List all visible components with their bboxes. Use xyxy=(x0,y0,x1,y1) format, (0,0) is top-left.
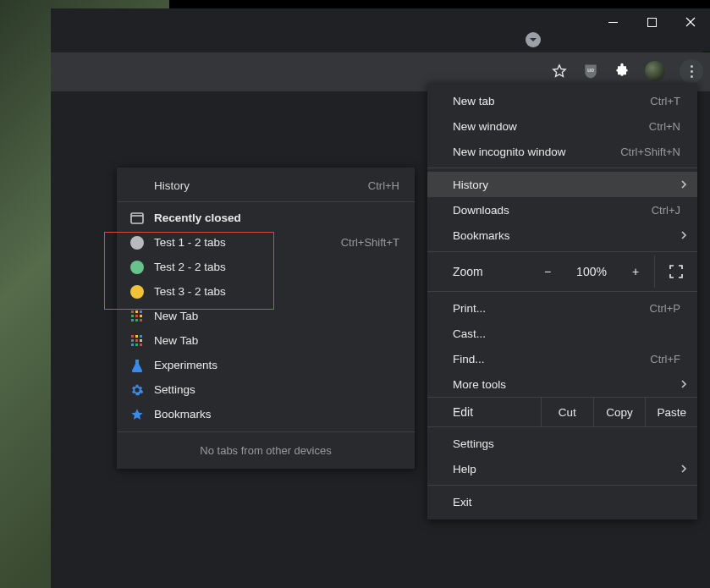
grid-icon xyxy=(129,309,145,324)
menu-zoom-row: Zoom − 100% + xyxy=(427,256,697,288)
menu-cast[interactable]: Cast... xyxy=(427,321,697,346)
menu-item-label: Bookmarks xyxy=(453,229,680,242)
history-entry[interactable]: Experiments xyxy=(117,353,415,377)
history-entry-label: Experiments xyxy=(154,359,217,371)
menu-find[interactable]: Find... Ctrl+F xyxy=(427,346,697,371)
menu-item-label: Find... xyxy=(453,353,650,365)
menu-item-label: History xyxy=(453,179,680,191)
zoom-value: 100% xyxy=(566,265,617,278)
edit-copy[interactable]: Copy xyxy=(593,398,646,426)
menu-item-label: New tab xyxy=(453,95,650,107)
tab-group-color-icon xyxy=(130,285,144,299)
zoom-in-button[interactable]: + xyxy=(617,265,654,278)
ublock-extension-icon[interactable]: uo xyxy=(582,63,599,80)
menu-separator xyxy=(427,251,697,252)
menu-item-label: Cast... xyxy=(453,327,680,340)
minimize-button[interactable] xyxy=(593,8,632,36)
zoom-out-button[interactable]: − xyxy=(529,265,566,278)
zoom-label: Zoom xyxy=(453,265,529,278)
menu-item-shortcut: Ctrl+F xyxy=(650,353,680,365)
tab-group-label: Test 1 - 2 tabs xyxy=(154,236,226,249)
search-tabs-button[interactable] xyxy=(526,32,541,47)
svg-rect-11 xyxy=(140,319,142,321)
edit-label: Edit xyxy=(427,398,541,426)
menu-history[interactable]: History xyxy=(427,172,697,197)
recently-closed-label: Recently closed xyxy=(154,212,241,224)
window-icon xyxy=(129,211,145,226)
svg-rect-19 xyxy=(135,343,138,346)
svg-rect-20 xyxy=(140,343,142,346)
recent-tab-group[interactable]: Test 2 - 2 tabs xyxy=(117,255,415,279)
tab-group-label: Test 2 - 2 tabs xyxy=(154,261,226,273)
svg-rect-4 xyxy=(135,310,138,313)
menu-help[interactable]: Help xyxy=(427,456,697,481)
menu-item-label: Print... xyxy=(453,302,650,315)
menu-bookmarks[interactable]: Bookmarks xyxy=(427,223,697,248)
svg-rect-17 xyxy=(140,339,142,342)
edit-paste[interactable]: Paste xyxy=(645,398,697,426)
svg-rect-15 xyxy=(131,339,134,342)
menu-print[interactable]: Print... Ctrl+P xyxy=(427,295,697,321)
chevron-right-icon xyxy=(680,463,687,475)
history-entry[interactable]: New Tab xyxy=(117,328,415,353)
menu-settings[interactable]: Settings xyxy=(427,431,697,456)
menu-separator xyxy=(427,168,697,168)
svg-rect-16 xyxy=(135,339,138,342)
menu-item-label: Settings xyxy=(453,437,680,450)
tab-group-label: Test 3 - 2 tabs xyxy=(154,285,226,298)
recent-tab-group[interactable]: Test 1 - 2 tabs Ctrl+Shift+T xyxy=(117,230,415,255)
history-open-full[interactable]: History Ctrl+H xyxy=(117,171,415,198)
history-entry[interactable]: Bookmarks xyxy=(117,402,415,426)
tab-group-color-icon xyxy=(130,261,144,274)
fullscreen-button[interactable] xyxy=(654,256,697,288)
history-submenu: History Ctrl+H Recently closed Test 1 - … xyxy=(117,168,415,469)
menu-item-label: Downloads xyxy=(453,204,652,217)
menu-item-shortcut: Ctrl+P xyxy=(650,302,680,315)
svg-rect-0 xyxy=(647,18,656,26)
tab-group-shortcut: Ctrl+Shift+T xyxy=(341,236,399,249)
bookmark-star-icon[interactable] xyxy=(551,63,568,80)
menu-new-tab[interactable]: New tab Ctrl+T xyxy=(427,88,697,113)
svg-rect-13 xyxy=(135,335,138,338)
history-header-label: History xyxy=(154,179,190,192)
svg-rect-12 xyxy=(131,335,134,338)
svg-rect-10 xyxy=(135,319,138,321)
menu-edit-row: Edit Cut Copy Paste xyxy=(427,397,697,427)
chevron-right-icon xyxy=(680,179,687,191)
no-other-devices-message: No tabs from other devices xyxy=(117,431,415,469)
history-entry-label: Bookmarks xyxy=(154,408,212,420)
close-button[interactable] xyxy=(671,8,710,36)
edit-cut[interactable]: Cut xyxy=(541,398,593,426)
svg-rect-14 xyxy=(140,335,142,338)
menu-item-label: Help xyxy=(453,463,680,475)
menu-separator xyxy=(117,201,415,202)
svg-text:uo: uo xyxy=(587,67,594,73)
history-header-shortcut: Ctrl+H xyxy=(368,179,399,192)
menu-item-label: New incognito window xyxy=(453,146,620,158)
svg-rect-3 xyxy=(131,310,134,313)
menu-more-tools[interactable]: More tools xyxy=(427,371,697,397)
menu-item-shortcut: Ctrl+Shift+N xyxy=(620,146,680,158)
history-entry-label: Settings xyxy=(154,383,195,396)
svg-rect-7 xyxy=(135,315,138,317)
menu-new-incognito[interactable]: New incognito window Ctrl+Shift+N xyxy=(427,139,697,164)
star-icon xyxy=(129,407,145,422)
maximize-button[interactable] xyxy=(632,8,671,36)
window-controls xyxy=(593,8,710,36)
history-entry-label: New Tab xyxy=(154,334,198,347)
recent-tab-group[interactable]: Test 3 - 2 tabs xyxy=(117,279,415,304)
menu-item-shortcut: Ctrl+T xyxy=(650,95,680,107)
chrome-menu-button[interactable] xyxy=(680,59,703,83)
svg-rect-18 xyxy=(131,343,134,346)
grid-icon xyxy=(129,333,145,349)
extensions-puzzle-icon[interactable] xyxy=(614,63,630,80)
menu-item-shortcut: Ctrl+J xyxy=(652,204,680,217)
svg-rect-6 xyxy=(131,315,134,317)
chevron-right-icon xyxy=(680,378,687,391)
menu-exit[interactable]: Exit xyxy=(427,489,697,514)
menu-downloads[interactable]: Downloads Ctrl+J xyxy=(427,197,697,223)
menu-new-window[interactable]: New window Ctrl+N xyxy=(427,113,697,139)
profile-avatar[interactable] xyxy=(645,61,665,81)
history-entry[interactable]: Settings xyxy=(117,377,415,402)
history-entry[interactable]: New Tab xyxy=(117,304,415,328)
